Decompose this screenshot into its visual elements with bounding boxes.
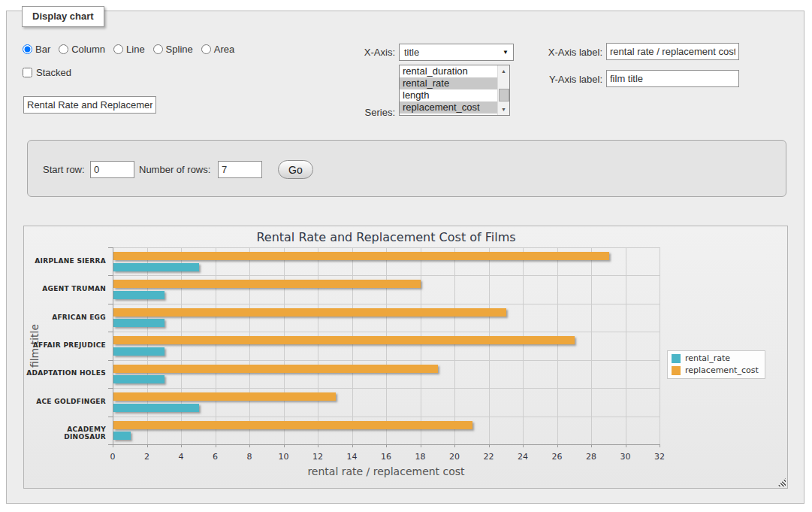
gridline-v: [557, 247, 558, 444]
gridline-v: [523, 247, 524, 444]
start-row-input[interactable]: [90, 161, 134, 178]
radio-label: Area: [214, 44, 234, 55]
bar-rental_rate: [113, 319, 165, 327]
stacked-checkbox-row[interactable]: Stacked: [23, 67, 71, 78]
x-tick-label: 20: [443, 452, 466, 462]
gridline-v: [147, 247, 148, 444]
x-tick-label: 10: [273, 452, 295, 462]
x-tick-label: 16: [375, 452, 397, 462]
series-scrollbar[interactable]: ▲ ▼: [497, 65, 509, 115]
x-axis-tick: [660, 444, 660, 447]
chart-type-option-area[interactable]: Area: [201, 44, 234, 55]
radio-column[interactable]: [59, 44, 68, 54]
chart-type-option-spline[interactable]: Spline: [153, 44, 193, 55]
chart-area: Rental Rate and Replacement Cost of Film…: [23, 226, 788, 489]
scroll-down-icon[interactable]: ▼: [498, 104, 509, 115]
series-option-replacement_cost[interactable]: replacement_cost: [400, 101, 509, 114]
x-tick-label: 8: [238, 452, 261, 462]
x-axis-select-label: X-Axis:: [290, 47, 395, 58]
category-label: AGENT TRUMAN: [24, 285, 106, 292]
display-chart-panel: Display chart BarColumnLineSplineArea St…: [6, 11, 804, 504]
bar-replacement_cost: [113, 336, 575, 344]
chart-legend: rental_ratereplacement_cost: [667, 350, 765, 379]
page: Display chart BarColumnLineSplineArea St…: [0, 0, 812, 512]
x-tick-label: 6: [204, 452, 227, 462]
radio-label: Column: [71, 44, 105, 55]
x-axis-label-input[interactable]: [606, 43, 739, 60]
x-tick-label: 4: [170, 452, 192, 462]
x-tick-label: 12: [306, 452, 329, 462]
scrollbar-thumb[interactable]: [499, 89, 509, 101]
series-option-length[interactable]: length: [400, 89, 509, 101]
bar-rental_rate: [113, 263, 199, 271]
stacked-label: Stacked: [36, 67, 71, 78]
gridline-v: [318, 247, 318, 444]
radio-label: Bar: [35, 44, 50, 55]
number-of-rows-label: Number of rows:: [139, 164, 214, 175]
category-label: AFFAIR PREJUDICE: [24, 341, 106, 349]
series-select-label: Series:: [290, 107, 395, 118]
chart-type-option-line[interactable]: Line: [113, 44, 145, 55]
legend-item-rental_rate[interactable]: rental_rate: [672, 353, 759, 363]
go-button[interactable]: Go: [278, 160, 313, 179]
gridline-v: [352, 247, 353, 444]
x-tick-label: 0: [101, 452, 124, 462]
x-tick-label: 22: [478, 452, 500, 462]
radio-bar[interactable]: [23, 44, 32, 54]
gridline-v: [626, 247, 626, 444]
stacked-checkbox[interactable]: [23, 68, 32, 77]
start-row-label: Start row:: [43, 164, 89, 175]
bar-rental_rate: [113, 375, 165, 383]
chart-title: Rental Rate and Replacement Cost of Film…: [113, 230, 660, 244]
gridline-v: [386, 247, 387, 444]
series-select[interactable]: rental_durationrental_ratelengthreplacem…: [399, 65, 510, 116]
gridline-v: [454, 247, 455, 444]
y-axis-label-caption: Y-Axis label:: [494, 74, 602, 85]
y-axis-line: [113, 247, 113, 444]
bar-replacement_cost: [113, 308, 506, 317]
radio-label: Spline: [166, 44, 193, 55]
gridline-v: [591, 247, 592, 444]
legend-label: replacement_cost: [685, 365, 759, 375]
radio-line[interactable]: [113, 44, 123, 54]
resize-handle[interactable]: [777, 478, 786, 486]
number-of-rows-input[interactable]: [218, 161, 262, 178]
legend-swatch: [672, 354, 681, 363]
category-label: AIRPLANE SIERRA: [24, 257, 106, 265]
gridline-v: [284, 247, 285, 444]
gridline-v: [181, 247, 182, 444]
chart-title-input[interactable]: [23, 96, 156, 114]
bar-rental_rate: [113, 404, 199, 412]
x-tick-label: 32: [648, 452, 671, 462]
legend-item-replacement_cost[interactable]: replacement_cost: [672, 365, 759, 375]
category-label: ADAPTATION HOLES: [24, 369, 106, 377]
gridline-h: [113, 360, 660, 361]
bar-rental_rate: [113, 432, 131, 440]
category-label: ACADEMY DINOSAUR: [24, 426, 106, 441]
gridline-h: [113, 304, 660, 304]
x-tick-label: 18: [409, 452, 432, 462]
x-axis-select-value: title: [404, 47, 419, 58]
gridline-v: [421, 247, 421, 444]
chart-type-option-bar[interactable]: Bar: [23, 44, 50, 55]
radio-label: Line: [126, 44, 145, 55]
bar-rental_rate: [113, 347, 165, 356]
radio-area[interactable]: [201, 44, 211, 54]
bar-replacement_cost: [113, 421, 472, 429]
legend-label: rental_rate: [685, 353, 730, 363]
bar-replacement_cost: [113, 252, 609, 260]
x-tick-label: 2: [136, 452, 158, 462]
gridline-h: [113, 417, 660, 417]
y-axis-label-input[interactable]: [606, 70, 739, 87]
category-label: AFRICAN EGG: [24, 314, 106, 321]
gridline-v: [489, 247, 490, 444]
x-tick-label: 28: [580, 452, 602, 462]
gridline-h: [113, 388, 660, 389]
bar-replacement_cost: [113, 365, 438, 373]
category-label: ACE GOLDFINGER: [24, 398, 106, 405]
radio-spline[interactable]: [153, 44, 163, 54]
gridline-v: [660, 247, 660, 444]
x-axis-line: [113, 444, 660, 445]
chart-type-radios: BarColumnLineSplineArea: [23, 44, 234, 55]
chart-type-option-column[interactable]: Column: [59, 44, 105, 55]
